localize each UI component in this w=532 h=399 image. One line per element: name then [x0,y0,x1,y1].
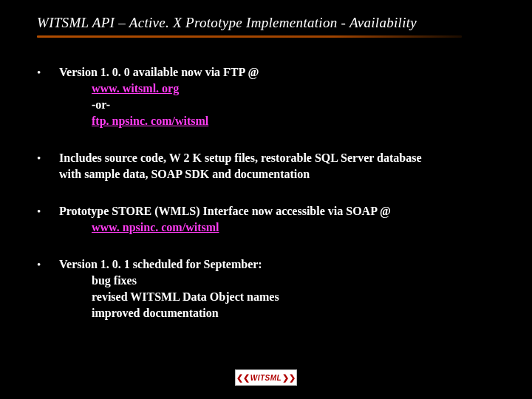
title-underline [37,35,462,38]
slide-title: WITSML API – Active. X Prototype Impleme… [37,15,495,31]
bullet-4-sub1: bug fixes [92,273,279,289]
bullet-1-lead: Version 1. 0. 0 available now via FTP @ [59,64,259,81]
bullet-4: • Version 1. 0. 1 scheduled for Septembe… [37,256,495,321]
logo-left-arrows-icon: ❮❮ [236,373,250,383]
bullet-content: Version 1. 0. 1 scheduled for September:… [59,256,279,321]
bullet-1-or: -or- [92,97,259,113]
bullet-dot: • [37,203,59,236]
bullet-2-line2: with sample data, SOAP SDK and documenta… [59,166,422,183]
bullet-2-line1: Includes source code, W 2 K setup files,… [59,150,422,166]
bullet-dot: • [37,256,59,321]
bullet-content: Version 1. 0. 0 available now via FTP @ … [59,64,259,129]
bullet-3: • Prototype STORE (WMLS) Interface now a… [37,203,495,236]
slide-body: • Version 1. 0. 0 available now via FTP … [37,64,495,321]
slide: WITSML API – Active. X Prototype Impleme… [0,0,532,399]
bullet-content: Includes source code, W 2 K setup files,… [59,150,422,183]
link-witsml-org[interactable]: www. witsml. org [92,82,179,95]
bullet-dot: • [37,64,59,129]
bullet-3-lead: Prototype STORE (WMLS) Interface now acc… [59,203,391,219]
logo-text: WITSML [250,374,282,382]
bullet-2: • Includes source code, W 2 K setup file… [37,150,495,183]
bullet-1: • Version 1. 0. 0 available now via FTP … [37,64,495,129]
witsml-logo: ❮❮ WITSML ❯❯ [235,369,297,386]
link-npsinc-witsml[interactable]: www. npsinc. com/witsml [92,221,219,233]
bullet-content: Prototype STORE (WMLS) Interface now acc… [59,203,391,236]
bullet-4-sub3: improved documentation [92,305,279,321]
bullet-4-lead: Version 1. 0. 1 scheduled for September: [59,256,279,273]
logo-right-arrows-icon: ❯❯ [282,373,296,383]
link-ftp-npsinc[interactable]: ftp. npsinc. com/witsml [92,115,208,127]
bullet-4-sub2: revised WITSML Data Object names [92,289,279,305]
bullet-dot: • [37,150,59,183]
